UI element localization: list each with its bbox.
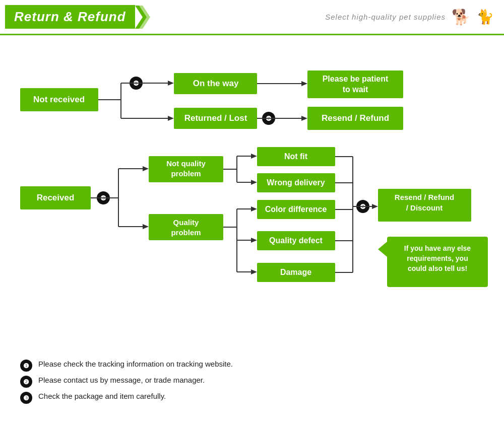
rrd-line2: / Discount bbox=[406, 203, 443, 212]
callout-arrow bbox=[378, 242, 387, 257]
arrow-cd bbox=[251, 206, 257, 212]
note2-text: Please contact us by message, or trade m… bbox=[38, 376, 205, 384]
note-3: ❸ Check the package and item carefully. bbox=[20, 392, 484, 404]
quality-line1: Quality bbox=[173, 218, 200, 227]
not-quality-line1: Not quality bbox=[166, 159, 206, 168]
cat-icon: 🐈 bbox=[476, 9, 494, 25]
arrow-nqp bbox=[143, 166, 149, 171]
arrow-wait bbox=[301, 81, 307, 86]
note1-text: Please check the tracking information on… bbox=[38, 360, 233, 368]
tell-us-line2: requirements, you bbox=[407, 254, 468, 262]
returned-lost-label: Returned / Lost bbox=[184, 113, 247, 123]
resend-refund-label: Resend / Refund bbox=[322, 113, 389, 123]
page-title: Return & Refund bbox=[14, 9, 126, 25]
header-slogan: Select high-quality pet supplies bbox=[325, 13, 446, 21]
note3-badge: ❸ bbox=[20, 392, 32, 404]
header: Return & Refund Select high-quality pet … bbox=[0, 0, 504, 35]
please-wait-line1: Please be patient bbox=[323, 75, 389, 83]
arrow-otw bbox=[168, 81, 174, 86]
note-1: ❶ Please check the tracking information … bbox=[20, 360, 484, 372]
arrow-qp bbox=[143, 224, 149, 229]
zigzag-icon bbox=[135, 6, 150, 29]
note-2: ❷ Please contact us by message, or trade… bbox=[20, 376, 484, 388]
arrow-wd bbox=[251, 180, 257, 185]
header-right: Select high-quality pet supplies 🐕 🐈 bbox=[325, 8, 494, 26]
damage-label: Damage bbox=[280, 268, 311, 276]
wrong-delivery-label: Wrong delivery bbox=[267, 178, 325, 187]
rrd-line1: Resend / Refund bbox=[395, 193, 454, 201]
not-fit-label: Not fit bbox=[284, 152, 308, 161]
arrow-dmg bbox=[251, 269, 257, 274]
diagram-area: Not received ❶ On the way Please be pati… bbox=[0, 40, 504, 332]
arrow-rl bbox=[168, 116, 174, 121]
please-wait-line2: to wait bbox=[343, 85, 368, 94]
note1-badge: ❶ bbox=[20, 360, 32, 372]
received-label: Received bbox=[37, 193, 75, 202]
arrow-qd bbox=[251, 238, 257, 243]
color-diff-label: Color difference bbox=[265, 205, 327, 214]
arrow-rr bbox=[301, 116, 307, 121]
tell-us-line1: If you have any else bbox=[404, 244, 471, 252]
not-received-label: Not received bbox=[33, 95, 85, 104]
title-box: Return & Refund bbox=[5, 5, 135, 29]
main-diagram: Not received ❶ On the way Please be pati… bbox=[10, 40, 494, 332]
footer-notes: ❶ Please check the tracking information … bbox=[20, 360, 484, 408]
on-the-way-label: On the way bbox=[193, 79, 239, 88]
note3-text: Check the package and item carefully. bbox=[38, 392, 166, 400]
quality-defect-label: Quality defect bbox=[269, 236, 323, 245]
quality-line2: problem bbox=[171, 228, 201, 237]
dog-icon: 🐕 bbox=[452, 8, 470, 26]
arrow-notfit bbox=[251, 154, 257, 159]
tell-us-line3: could also tell us! bbox=[408, 264, 467, 272]
arrow-rrd bbox=[372, 204, 378, 209]
not-quality-line2: problem bbox=[171, 169, 201, 178]
note2-badge: ❷ bbox=[20, 376, 32, 388]
